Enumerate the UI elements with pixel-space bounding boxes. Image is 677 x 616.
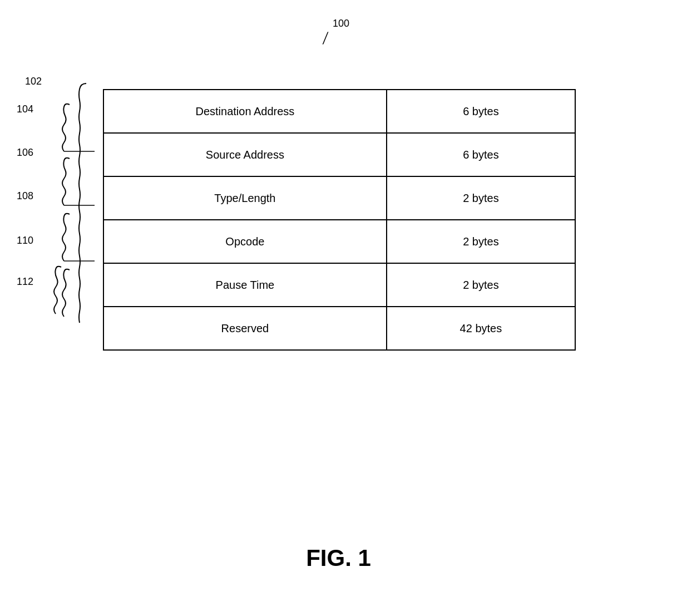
field-name-cell: Opcode xyxy=(103,220,387,263)
slash-mark-100: / xyxy=(322,28,328,49)
table-row: Source Address6 bytes xyxy=(103,133,575,176)
table-row: Reserved42 bytes xyxy=(103,307,575,350)
field-name-cell: Pause Time xyxy=(103,263,387,307)
packet-structure-table-wrapper: Destination Address6 bytesSource Address… xyxy=(103,89,576,351)
bracket-squiggles xyxy=(31,78,106,328)
field-size-cell: 6 bytes xyxy=(387,90,575,133)
field-name-cell: Type/Length xyxy=(103,176,387,220)
table-row: Type/Length2 bytes xyxy=(103,176,575,220)
field-size-cell: 2 bytes xyxy=(387,263,575,307)
figure-caption: FIG. 1 xyxy=(0,545,677,571)
packet-structure-table: Destination Address6 bytesSource Address… xyxy=(103,89,576,351)
ref-100-label: 100 xyxy=(333,18,349,29)
field-name-cell: Reserved xyxy=(103,307,387,350)
field-size-cell: 2 bytes xyxy=(387,176,575,220)
field-size-cell: 2 bytes xyxy=(387,220,575,263)
field-size-cell: 42 bytes xyxy=(387,307,575,350)
table-row: Destination Address6 bytes xyxy=(103,90,575,133)
field-name-cell: Source Address xyxy=(103,133,387,176)
table-row: Pause Time2 bytes xyxy=(103,263,575,307)
field-size-cell: 6 bytes xyxy=(387,133,575,176)
field-name-cell: Destination Address xyxy=(103,90,387,133)
table-row: Opcode2 bytes xyxy=(103,220,575,263)
